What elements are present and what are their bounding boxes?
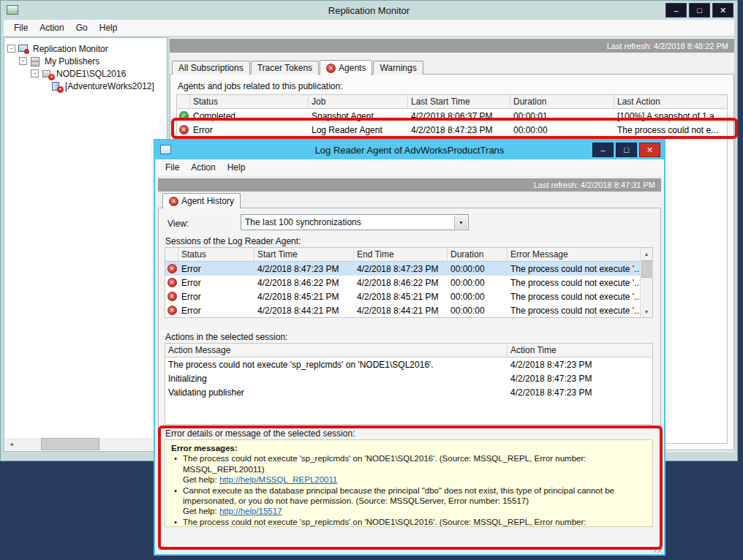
column-header-job[interactable]: Job [309, 95, 408, 108]
column-header-icon[interactable] [177, 95, 190, 108]
cell-status: Error [178, 276, 254, 290]
maximize-button[interactable]: □ [689, 3, 710, 18]
cell-last-action: The process could not e... [614, 123, 727, 137]
cell-action-time: 4/2/2018 8:47:23 PM [508, 371, 652, 385]
menu-file[interactable]: File [159, 161, 185, 174]
view-combobox-value: The last 100 synchronizations [245, 217, 361, 227]
column-header-status[interactable]: Status [190, 95, 309, 108]
cell-status: Error [178, 262, 254, 276]
publication-error-icon: ✕ [50, 81, 62, 91]
maximize-button[interactable]: □ [616, 143, 637, 157]
cell-action-time: 4/2/2018 8:47:23 PM [508, 357, 652, 371]
chevron-down-icon: ▼ [454, 216, 467, 229]
cell-job: Snapshot Agent [309, 109, 408, 123]
session-row[interactable]: ✕ Error 4/2/2018 8:44:21 PM 4/2/2018 8:4… [165, 303, 640, 317]
error-status-icon: ✕ [167, 292, 177, 301]
cell-start-time: 4/2/2018 8:46:22 PM [254, 276, 354, 290]
tree-horizontal-scrollbar[interactable]: ◄ ► [5, 438, 166, 450]
column-header-icon[interactable] [165, 248, 178, 261]
tab-all-subscriptions[interactable]: All Subscriptions [172, 61, 250, 75]
agent-last-refresh-text: Last refresh: 4/2/2018 8:47:31 PM [534, 181, 655, 189]
help-link[interactable]: http://help/MSSQL_REPL20011 [219, 475, 338, 484]
column-header-duration[interactable]: Duration [448, 248, 508, 261]
column-header-status[interactable]: Status [178, 248, 254, 261]
error-message-text: The process could not execute 'sp_replcm… [183, 454, 586, 473]
column-header-start-time[interactable]: Start Time [254, 248, 354, 261]
action-row[interactable]: Validating publisher 4/2/2018 8:47:23 PM [165, 385, 652, 399]
agent-row-log-reader[interactable]: ✕ Error Log Reader Agent 4/2/2018 8:47:2… [177, 123, 727, 137]
sessions-vertical-scrollbar[interactable]: ▲ ▼ [640, 248, 652, 317]
column-header-action-message[interactable]: Action Message [165, 344, 508, 357]
tree-expander-icon[interactable]: - [7, 45, 15, 53]
tab-agent-history[interactable]: ✕ Agent History [162, 193, 241, 208]
menu-action[interactable]: Action [185, 161, 221, 174]
menu-help[interactable]: Help [94, 21, 124, 34]
tab-label: Agents [339, 63, 366, 73]
tree-item-adventureworks2012[interactable]: ✕ [AdventureWorks2012] [4, 80, 167, 92]
column-header-error-message[interactable]: Error Message [508, 248, 640, 261]
cell-last-start: 4/2/2018 8:06:37 PM [408, 109, 510, 123]
replication-monitor-icon [18, 44, 30, 54]
scroll-up-icon[interactable]: ▲ [641, 248, 652, 260]
minimize-button[interactable]: – [665, 3, 687, 18]
column-header-end-time[interactable]: End Time [354, 248, 448, 261]
agent-caption-buttons: – □ ✕ [592, 143, 660, 157]
cell-status: Completed [190, 109, 309, 123]
agent-window-icon [160, 145, 171, 154]
menu-action[interactable]: Action [34, 21, 69, 34]
main-caption-buttons: – □ ✕ [665, 3, 733, 18]
column-header-last-start-time[interactable]: Last Start Time [408, 95, 510, 108]
cell-duration: 00:00:00 [448, 303, 508, 317]
tree-item-node1-sql2016[interactable]: - ✕ NODE1\SQL2016 [4, 67, 167, 80]
main-menubar: File Action Go Help [4, 20, 734, 36]
error-details-panel: Error messages: • The process could not … [165, 439, 653, 527]
agent-history-page: View: The last 100 synchronizations ▼ Se… [158, 208, 661, 550]
tree-expander-icon[interactable]: - [19, 57, 27, 65]
menu-file[interactable]: File [8, 21, 34, 34]
session-row[interactable]: ✕ Error 4/2/2018 8:47:23 PM 4/2/2018 8:4… [165, 262, 640, 276]
publisher-tree-panel: - Replication Monitor - My Publishers - … [4, 37, 167, 452]
tab-warnings[interactable]: Warnings [373, 61, 423, 75]
column-header-action-time[interactable]: Action Time [508, 344, 652, 357]
tab-label: Warnings [380, 63, 416, 73]
column-header-duration[interactable]: Duration [510, 95, 614, 108]
tree-expander-icon[interactable]: - [31, 69, 39, 77]
menu-help[interactable]: Help [222, 161, 252, 174]
tree-item-label: [AdventureWorks2012] [65, 81, 154, 91]
tree-item-replication-monitor[interactable]: - Replication Monitor [4, 42, 167, 55]
action-row[interactable]: The process could not execute 'sp_replcm… [165, 357, 652, 371]
error-status-icon: ✕ [167, 264, 177, 273]
action-row[interactable]: Initializing 4/2/2018 8:47:23 PM [165, 371, 652, 385]
scroll-down-icon[interactable]: ▼ [641, 306, 652, 317]
scrollbar-thumb[interactable] [641, 260, 652, 278]
view-label: View: [167, 219, 189, 229]
cell-action-message: Validating publisher [165, 385, 508, 399]
actions-grid: Action Message Action Time The process c… [165, 343, 653, 425]
tab-agents[interactable]: ✕ Agents [320, 60, 372, 75]
scroll-left-icon[interactable]: ◄ [5, 438, 18, 450]
session-row[interactable]: ✕ Error 4/2/2018 8:45:21 PM 4/2/2018 8:4… [165, 290, 640, 303]
tree-item-my-publishers[interactable]: - My Publishers [4, 55, 167, 67]
scrollbar-track[interactable] [18, 438, 154, 450]
tab-label: All Subscriptions [178, 63, 244, 73]
minimize-button[interactable]: – [592, 143, 614, 157]
agent-row-snapshot[interactable]: ✓ Completed Snapshot Agent 4/2/2018 8:06… [177, 109, 727, 123]
help-link[interactable]: http://help/15517 [219, 507, 282, 515]
cell-start-time: 4/2/2018 8:44:21 PM [254, 303, 354, 317]
column-header-last-action[interactable]: Last Action [614, 95, 727, 108]
scrollbar-thumb[interactable] [41, 438, 99, 450]
cell-action-message: The process could not execute 'sp_replcm… [165, 357, 508, 371]
session-row[interactable]: ✕ Error 4/2/2018 8:46:22 PM 4/2/2018 8:4… [165, 276, 640, 290]
error-status-icon: ✕ [179, 125, 189, 135]
tree-item-label: NODE1\SQL2016 [56, 69, 126, 79]
sessions-label: Sessions of the Log Reader Agent: [165, 236, 301, 246]
close-button[interactable]: ✕ [712, 3, 733, 18]
cell-last-action: [100%] A snapshot of 1 a... [614, 109, 727, 123]
main-window-title: Replication Monitor [328, 5, 410, 16]
view-combobox[interactable]: The last 100 synchronizations ▼ [241, 214, 469, 230]
cell-error-message: The process could not execute '... [508, 290, 640, 303]
menu-go[interactable]: Go [70, 21, 94, 34]
error-message-item: • The process could not execute 'sp_repl… [168, 453, 646, 485]
close-button[interactable]: ✕ [639, 143, 660, 157]
tab-tracer-tokens[interactable]: Tracer Tokens [251, 61, 319, 75]
